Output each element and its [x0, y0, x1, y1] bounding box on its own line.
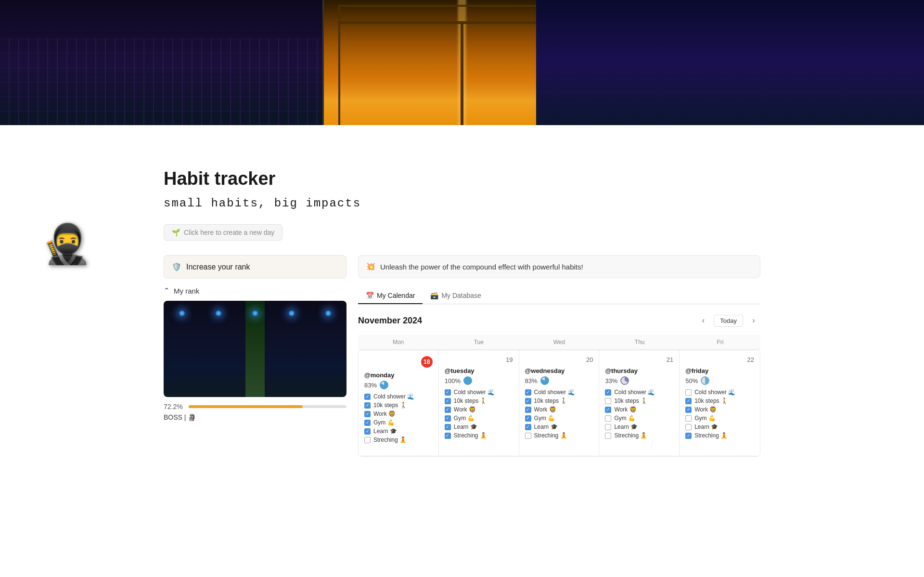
light-dot-5	[325, 310, 331, 316]
habit-checkbox[interactable]	[605, 433, 611, 439]
shield-icon: 🛡️	[172, 262, 181, 271]
lights	[164, 310, 346, 316]
day-header-tue: Tue	[438, 335, 519, 350]
percent-text: 83%	[525, 377, 538, 385]
habit-checkbox[interactable]	[364, 420, 371, 426]
day-number: 19	[445, 356, 513, 363]
habit-checkbox[interactable]	[685, 415, 692, 422]
habit-checkbox[interactable]	[685, 389, 692, 396]
habit-item[interactable]: 10k steps 🚶	[525, 397, 593, 404]
habit-checkbox[interactable]	[525, 433, 531, 439]
habit-label: Streching 🧘	[454, 432, 487, 439]
habit-item[interactable]: Learn 🎓	[605, 423, 673, 430]
habit-checkbox[interactable]	[685, 407, 692, 413]
tab-calendar[interactable]: 📅 My Calendar	[358, 288, 423, 304]
habit-checkbox[interactable]	[445, 415, 451, 422]
habit-checkbox[interactable]	[605, 415, 611, 422]
habit-checkbox[interactable]	[364, 428, 371, 435]
habit-checkbox[interactable]	[605, 424, 611, 430]
habit-item[interactable]: Work 🦁	[685, 406, 754, 413]
habit-checkbox[interactable]	[525, 407, 531, 413]
habit-item[interactable]: Cold shower 🌊	[364, 393, 433, 400]
day-percent: 33%	[605, 376, 673, 385]
habit-checkbox[interactable]	[525, 424, 531, 430]
habit-checkbox[interactable]	[364, 437, 371, 443]
habit-item[interactable]: Gym 💪	[685, 415, 754, 422]
habit-checkbox[interactable]	[685, 424, 692, 430]
day-name: @friday	[685, 367, 754, 374]
percent-circle	[463, 376, 472, 385]
habit-item[interactable]: Gym 💪	[445, 415, 513, 422]
habit-item[interactable]: Streching 🧘	[364, 436, 433, 443]
tab-calendar-label: My Calendar	[377, 292, 415, 299]
habit-checkbox[interactable]	[685, 398, 692, 404]
habit-item[interactable]: Cold shower 🌊	[525, 389, 593, 396]
habit-label: Learn 🎓	[373, 428, 397, 435]
habit-item[interactable]: Learn 🎓	[525, 423, 593, 430]
habit-item[interactable]: Learn 🎓	[445, 423, 513, 430]
rank-arrow-icon: ⌃	[164, 286, 170, 295]
habit-checkbox[interactable]	[525, 398, 531, 404]
habit-item[interactable]: Cold shower 🌊	[605, 389, 673, 396]
day-name: @thursday	[605, 367, 673, 374]
percent-circle	[540, 376, 549, 385]
habit-item[interactable]: 10k steps 🚶	[364, 402, 433, 409]
percent-text: 83%	[364, 382, 377, 389]
percent-circle	[701, 376, 709, 385]
prev-month-button[interactable]: ‹	[696, 314, 710, 327]
next-month-button[interactable]: ›	[747, 314, 760, 327]
habit-item[interactable]: Work 🦁	[525, 406, 593, 413]
habit-item[interactable]: Streching 🧘	[445, 432, 513, 439]
day-percent: 83%	[525, 376, 593, 385]
main-content: Habit tracker small habits, big impacts …	[125, 125, 799, 476]
habit-label: Learn 🎓	[694, 423, 718, 430]
habit-item[interactable]: Gym 💪	[605, 415, 673, 422]
habit-item[interactable]: Cold shower 🌊	[685, 389, 754, 396]
habit-item[interactable]: Gym 💪	[525, 415, 593, 422]
habit-label: Gym 💪	[373, 419, 395, 426]
habit-checkbox[interactable]	[445, 424, 451, 430]
habit-item[interactable]: 10k steps 🚶	[685, 397, 754, 404]
habit-checkbox[interactable]	[364, 394, 371, 400]
habit-item[interactable]: Work 🦁	[364, 410, 433, 417]
habit-item[interactable]: Gym 💪	[364, 419, 433, 426]
habit-item[interactable]: Work 🦁	[605, 406, 673, 413]
habit-label: Streching 🧘	[534, 432, 567, 439]
habit-item[interactable]: Learn 🎓	[685, 423, 754, 430]
day-number: 18	[421, 356, 433, 368]
habit-checkbox[interactable]	[605, 398, 611, 404]
tab-database[interactable]: 🗃️ My Database	[423, 288, 488, 304]
habit-label: Streching 🧘	[373, 436, 407, 443]
day-cell-wednesday: 20@wednesday83%Cold shower 🌊10k steps 🚶W…	[519, 350, 600, 456]
habit-checkbox[interactable]	[525, 389, 531, 396]
habit-item[interactable]: Cold shower 🌊	[445, 389, 513, 396]
habit-checkbox[interactable]	[445, 389, 451, 396]
habit-checkbox[interactable]	[445, 407, 451, 413]
calendar-header: November 2024 ‹ Today ›	[358, 314, 760, 327]
habit-item[interactable]: Learn 🎓	[364, 428, 433, 435]
day-header-thu: Thu	[600, 335, 680, 350]
habit-checkbox[interactable]	[605, 389, 611, 396]
habit-item[interactable]: Streching 🧘	[525, 432, 593, 439]
habit-checkbox[interactable]	[525, 415, 531, 422]
habit-checkbox[interactable]	[605, 407, 611, 413]
habit-label: Streching 🧘	[614, 432, 647, 439]
habit-item[interactable]: 10k steps 🚶	[605, 397, 673, 404]
city-right-bg	[536, 0, 924, 125]
habit-item[interactable]: 10k steps 🚶	[445, 397, 513, 404]
habit-item[interactable]: Work 🦁	[445, 406, 513, 413]
today-button[interactable]: Today	[714, 315, 743, 327]
habit-checkbox[interactable]	[364, 402, 371, 409]
habit-label: Cold shower 🌊	[614, 389, 655, 396]
habit-item[interactable]: Streching 🧘	[685, 432, 754, 439]
habit-checkbox[interactable]	[445, 433, 451, 439]
explosion-icon: 💥	[366, 262, 375, 271]
rank-percent: 72.2%	[164, 403, 183, 410]
day-headers-row: Mon Tue Wed Thu Fri	[358, 335, 760, 350]
new-day-button[interactable]: 🌱 Click here to create a new day	[164, 224, 282, 241]
habit-checkbox[interactable]	[445, 398, 451, 404]
habit-item[interactable]: Streching 🧘	[605, 432, 673, 439]
habit-checkbox[interactable]	[685, 433, 692, 439]
increase-rank-box[interactable]: 🛡️ Increase your rank	[164, 255, 346, 279]
habit-checkbox[interactable]	[364, 411, 371, 417]
